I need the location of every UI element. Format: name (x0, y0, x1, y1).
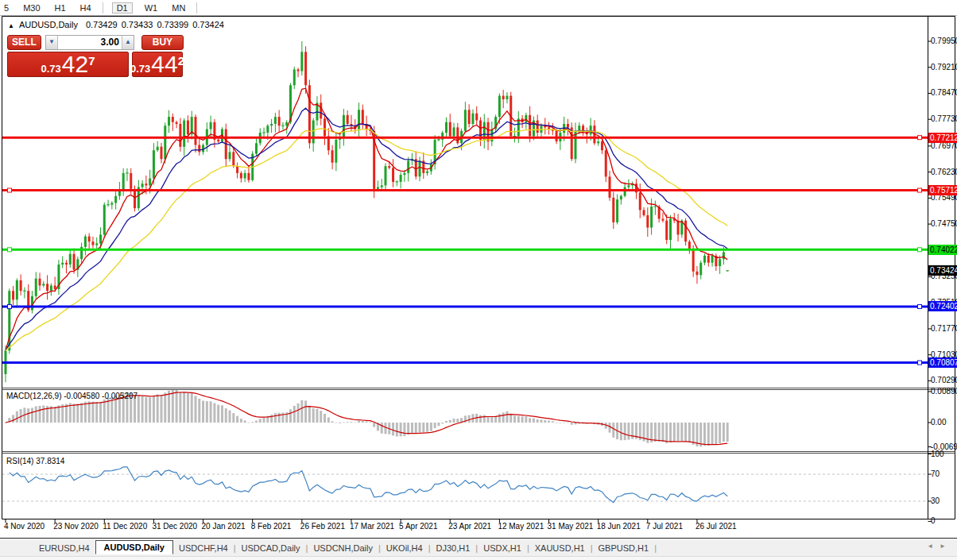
level-line-handle[interactable] (918, 188, 922, 192)
price-tick-label: 0.76970 (931, 141, 957, 151)
buy-button[interactable]: BUY (141, 35, 184, 50)
chart-tab-usdcad-daily[interactable]: USDCAD,Daily (236, 543, 306, 553)
timeframe-button-d1[interactable]: D1 (112, 2, 133, 14)
status-strip (0, 556, 957, 560)
level-line-handle[interactable] (8, 248, 12, 252)
candle-body (229, 152, 231, 159)
level-line-handle[interactable] (8, 304, 12, 308)
candle-body (620, 196, 622, 199)
timeframe-button-m30[interactable]: M30 (21, 2, 42, 14)
macd-histogram-bar (138, 396, 140, 423)
macd-histogram-bar (195, 396, 197, 423)
date-label: 23 Nov 2020 (53, 522, 99, 531)
macd-histogram-bar (198, 399, 200, 423)
level-line-handle[interactable] (8, 188, 12, 192)
macd-histogram-bar (692, 423, 695, 445)
price-tick-label: 0.76230 (931, 168, 957, 177)
macd-histogram-bar (620, 423, 622, 440)
candle-body (179, 124, 181, 147)
chart-tab-usdx-h1[interactable]: USDX,H1 (478, 543, 527, 553)
chart-tab-ukoil-h4[interactable]: UKOil,H4 (381, 543, 428, 553)
macd-histogram-bar (723, 423, 725, 442)
chart-tab-gbpusd-h1[interactable]: GBPUSD,H1 (593, 543, 655, 553)
level-price-badge: 0.74022 (928, 245, 957, 255)
macd-histogram-bar (715, 423, 717, 444)
tab-scroll-left-icon[interactable]: ◄ (927, 543, 940, 550)
candle-body (95, 243, 98, 245)
candle-body (110, 203, 113, 205)
level-price-badge: 0.77212 (928, 133, 957, 143)
chart-tab-eurusd-h4[interactable]: EURUSD,H4 (33, 543, 95, 553)
candlestick-chart[interactable] (2, 16, 955, 537)
triangle-down-icon: ▼ (48, 38, 55, 45)
level-line-handle[interactable] (918, 361, 922, 365)
candle-body (91, 241, 94, 245)
macd-histogram-bar (403, 423, 405, 436)
chart-tab-xauusd-h1[interactable]: XAUUSD,H1 (529, 543, 591, 553)
macd-histogram-bar (624, 423, 626, 440)
candle-body (183, 121, 185, 147)
macd-histogram-bar (308, 406, 311, 423)
macd-histogram-bar (91, 402, 94, 423)
macd-histogram-bar (99, 402, 102, 423)
macd-histogram-bar (339, 423, 341, 423)
candle-body (650, 207, 653, 228)
timeframe-button-h4[interactable]: H4 (78, 2, 94, 14)
date-label: 20 Jan 2021 (202, 522, 246, 531)
macd-histogram-bar (358, 421, 360, 423)
macd-histogram-bar (259, 419, 262, 423)
sell-button[interactable]: SELL (7, 35, 41, 50)
macd-histogram-bar (324, 414, 326, 423)
level-line-handle[interactable] (918, 136, 922, 140)
macd-histogram-bar (726, 423, 729, 442)
macd-histogram-bar (293, 406, 296, 423)
buy-price-box[interactable]: 0.73442 (132, 52, 183, 77)
timeframe-button-5[interactable]: 5 (2, 2, 11, 14)
candle-body (335, 140, 337, 163)
timeframe-button-h1[interactable]: H1 (52, 2, 68, 14)
chart-tab-usdcnh-daily[interactable]: USDCNH,Daily (308, 543, 378, 553)
macd-histogram-bar (719, 423, 721, 443)
candle-body (50, 286, 52, 292)
level-line-handle[interactable] (918, 248, 922, 252)
macd-histogram-bar (217, 405, 219, 423)
candle-body (362, 110, 364, 124)
macd-histogram-bar (232, 413, 234, 423)
volume-increase-button[interactable]: ▲ (122, 36, 134, 49)
chart-tab-usdchf-h4[interactable]: USDCHF,H4 (173, 543, 234, 553)
candle-body (270, 124, 273, 126)
macd-histogram-bar (654, 423, 657, 442)
level-price-badge: 0.72402 (928, 301, 957, 311)
candle-body (65, 263, 68, 265)
macd-histogram-bar (548, 421, 550, 423)
price-tick-label: 0.79210 (931, 63, 957, 72)
macd-histogram-bar (688, 423, 691, 442)
candle-body (236, 166, 238, 173)
candle-body (157, 147, 159, 150)
price-tick-label: 0.70290 (931, 376, 957, 385)
macd-histogram-bar (73, 404, 76, 423)
candle-body (285, 122, 288, 126)
timeframe-button-w1[interactable]: W1 (142, 2, 161, 14)
candle-body (556, 131, 558, 141)
chart-tab-dj30-h1[interactable]: DJ30,H1 (431, 543, 476, 553)
macd-histogram-bar (16, 411, 18, 423)
sell-price-box[interactable]: 0.73427 (7, 52, 129, 77)
volume-decrease-button[interactable]: ▼ (46, 36, 58, 49)
tab-scroll-right-icon[interactable]: ► (940, 543, 952, 550)
timeframe-button-mn[interactable]: MN (169, 2, 188, 14)
volume-input[interactable]: 3.00 (58, 36, 122, 49)
candle-body (377, 187, 379, 189)
macd-tick-label: 0.00 (931, 418, 957, 427)
macd-histogram-bar (164, 392, 166, 423)
level-line-handle[interactable] (918, 304, 922, 308)
macd-histogram-bar (369, 422, 371, 423)
collapse-triangle-icon[interactable]: ▲ (8, 22, 14, 29)
candle-body (300, 52, 303, 71)
macd-histogram-bar (680, 423, 683, 441)
candle-body (244, 173, 246, 179)
chart-tab-audusd-daily[interactable]: AUDUSD,Daily (95, 540, 173, 554)
macd-histogram-bar (673, 423, 676, 442)
candle-body (616, 199, 618, 222)
macd-histogram-bar (300, 400, 303, 423)
